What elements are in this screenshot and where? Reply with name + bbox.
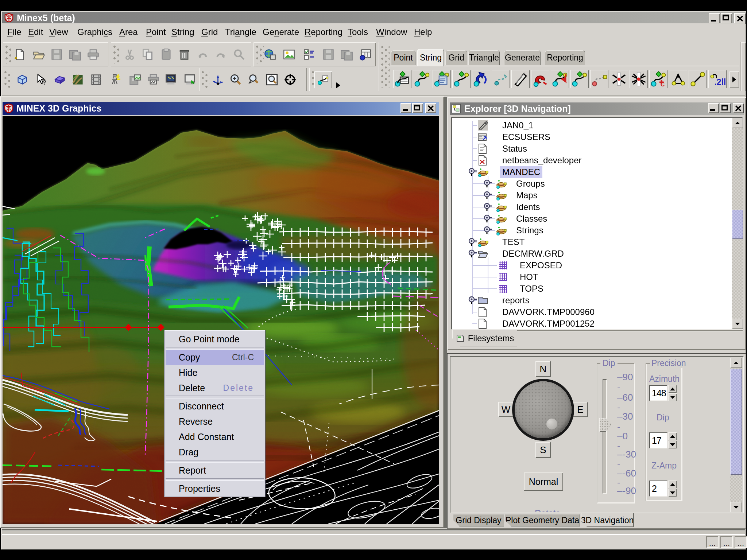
svg-text:?: ? xyxy=(43,79,46,86)
svg-text:.2ll: .2ll xyxy=(714,77,726,87)
svg-text:C: C xyxy=(661,81,665,88)
